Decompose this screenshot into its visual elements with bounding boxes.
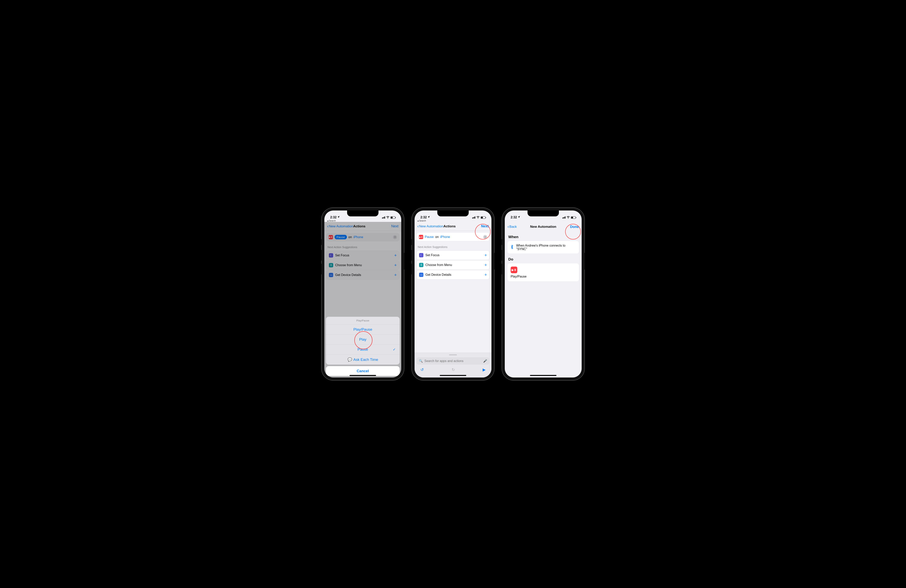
clear-icon[interactable]: ✕ bbox=[393, 235, 397, 239]
suggestion-set-focus[interactable]: ☾ Set Focus + bbox=[416, 250, 490, 260]
undo-icon[interactable]: ↺ bbox=[420, 367, 424, 372]
play-pause-app-icon: ▶︎⏸ bbox=[329, 235, 333, 239]
nav-back-label: New Automation bbox=[419, 225, 443, 228]
action-card[interactable]: ▶︎⏸ Pause on iPhone ✕ bbox=[416, 233, 490, 241]
nav-title: Actions bbox=[443, 225, 469, 228]
nav-next-button[interactable]: Next bbox=[469, 224, 489, 228]
nav-bar: ‹ Back New Automation Done bbox=[505, 222, 582, 231]
back-to-app[interactable]: Search bbox=[324, 220, 401, 222]
do-card[interactable]: ▶︎⏸ Play/Pause bbox=[507, 263, 579, 282]
suggestion-choose-menu[interactable]: ☰ Choose from Menu + bbox=[416, 260, 490, 270]
checkmark-icon: ✓ bbox=[393, 347, 396, 352]
phone-frame-2: 2:32 Search ‹ New Automation Actions Nex… bbox=[412, 208, 494, 380]
nav-bar: ‹ New Automation Actions Next bbox=[415, 222, 491, 231]
sheet-cancel-button[interactable]: Cancel bbox=[326, 366, 400, 376]
when-card[interactable]: When Andrew's iPhone connects to "SYNC" bbox=[507, 241, 579, 253]
wifi-icon bbox=[476, 216, 480, 219]
search-field[interactable]: 🔍 🎤 bbox=[416, 357, 490, 365]
focus-icon: ☾ bbox=[329, 253, 333, 258]
battery-icon bbox=[391, 217, 396, 219]
action-card[interactable]: ▶︎⏸ Pause on iPhone ✕ bbox=[326, 233, 399, 241]
phone-frame-1: 2:32 Search ‹ New Automation Actions Nex… bbox=[322, 208, 404, 380]
suggestion-label: Get Device Details bbox=[335, 273, 361, 277]
notch bbox=[347, 210, 378, 217]
state-token[interactable]: Pause bbox=[425, 235, 434, 239]
status-time: 2:32 bbox=[420, 215, 427, 219]
search-input[interactable] bbox=[424, 359, 482, 363]
wifi-icon bbox=[566, 216, 570, 219]
sheet-option-play[interactable]: Play bbox=[326, 335, 400, 344]
home-indicator[interactable] bbox=[530, 375, 557, 376]
action-sheet: Play/Pause Play/Pause Play Pause ✓ 💬Ask … bbox=[324, 315, 401, 378]
cellular-icon bbox=[562, 217, 566, 218]
plus-icon[interactable]: + bbox=[484, 263, 487, 268]
when-header: When bbox=[505, 231, 582, 241]
plus-icon[interactable]: + bbox=[484, 272, 487, 277]
status-time: 2:32 bbox=[510, 215, 517, 219]
redo-icon: ↻ bbox=[451, 367, 455, 372]
nav-title: Actions bbox=[353, 225, 379, 228]
state-pill[interactable]: Pause bbox=[335, 235, 347, 239]
suggestion-label: Choose from Menu bbox=[425, 263, 452, 267]
plus-icon[interactable]: + bbox=[394, 263, 397, 268]
sheet-title: Play/Pause bbox=[326, 317, 400, 325]
nav-back-button[interactable]: ‹ New Automation bbox=[327, 224, 353, 229]
notch bbox=[528, 210, 559, 217]
menu-icon: ☰ bbox=[419, 263, 423, 267]
plus-icon[interactable]: + bbox=[484, 253, 487, 258]
location-icon bbox=[427, 215, 430, 219]
home-indicator[interactable] bbox=[350, 375, 376, 376]
location-icon bbox=[517, 215, 520, 219]
suggestions-header: Next Action Suggestions bbox=[415, 243, 491, 250]
phone-frame-3: 2:32 ‹ Back New Automation Done When bbox=[502, 208, 584, 380]
device-token[interactable]: iPhone bbox=[440, 235, 450, 239]
bluetooth-icon bbox=[510, 245, 514, 250]
clear-icon[interactable]: ✕ bbox=[483, 235, 487, 239]
nav-bar: ‹ New Automation Actions Next bbox=[324, 222, 401, 231]
menu-icon: ☰ bbox=[329, 263, 333, 267]
mic-icon[interactable]: 🎤 bbox=[483, 359, 487, 363]
device-icon: ▭ bbox=[419, 272, 423, 277]
suggestion-label: Set Focus bbox=[425, 253, 439, 257]
chevron-left-icon: ‹ bbox=[327, 224, 329, 229]
on-label: on bbox=[435, 235, 439, 239]
nav-done-button[interactable]: Done bbox=[559, 225, 579, 229]
sheet-option-pause[interactable]: Pause ✓ bbox=[326, 344, 400, 355]
sheet-option-ask[interactable]: 💬Ask Each Time bbox=[326, 355, 400, 365]
suggestion-label: Set Focus bbox=[335, 253, 349, 257]
nav-back-button[interactable]: ‹ New Automation bbox=[417, 224, 443, 229]
plus-icon[interactable]: + bbox=[394, 272, 397, 277]
nav-back-button[interactable]: ‹ Back bbox=[507, 224, 527, 229]
play-icon[interactable]: ▶ bbox=[483, 367, 486, 372]
chevron-left-icon: ‹ bbox=[507, 224, 509, 229]
drag-handle[interactable] bbox=[449, 354, 457, 355]
cellular-icon bbox=[472, 217, 475, 218]
cellular-icon bbox=[382, 217, 385, 218]
home-indicator[interactable] bbox=[440, 375, 466, 376]
do-header: Do bbox=[505, 253, 582, 263]
suggestion-label: Choose from Menu bbox=[335, 263, 362, 267]
suggestion-label: Get Device Details bbox=[425, 273, 451, 277]
chevron-left-icon: ‹ bbox=[417, 224, 419, 229]
device-icon: ▭ bbox=[329, 273, 333, 277]
suggestion-device-details[interactable]: ▭ Get Device Details + bbox=[416, 270, 490, 279]
nav-back-label: Back bbox=[509, 225, 517, 229]
when-text: When Andrew's iPhone connects to "SYNC" bbox=[516, 244, 576, 251]
nav-title: New Automation bbox=[527, 225, 559, 229]
search-icon: 🔍 bbox=[419, 359, 423, 363]
status-time: 2:32 bbox=[330, 215, 337, 219]
sheet-option-play-pause[interactable]: Play/Pause bbox=[326, 325, 400, 335]
bottom-search-area: 🔍 🎤 ↺ ↻ ▶ bbox=[415, 352, 491, 378]
back-to-app[interactable]: Search bbox=[415, 220, 491, 222]
suggestion-device-details[interactable]: ▭ Get Device Details + bbox=[326, 270, 399, 280]
plus-icon[interactable]: + bbox=[394, 253, 397, 258]
magic-icon: 💬 bbox=[348, 357, 352, 362]
do-label: Play/Pause bbox=[510, 275, 576, 278]
suggestion-choose-menu[interactable]: ☰ Choose from Menu + bbox=[326, 260, 399, 270]
suggestion-set-focus[interactable]: ☾ Set Focus + bbox=[326, 251, 399, 260]
location-icon bbox=[337, 215, 340, 219]
play-pause-app-icon: ▶︎⏸ bbox=[510, 266, 517, 273]
nav-next-button[interactable]: Next bbox=[379, 224, 399, 228]
device-token[interactable]: iPhone bbox=[353, 236, 363, 239]
notch bbox=[437, 210, 469, 217]
